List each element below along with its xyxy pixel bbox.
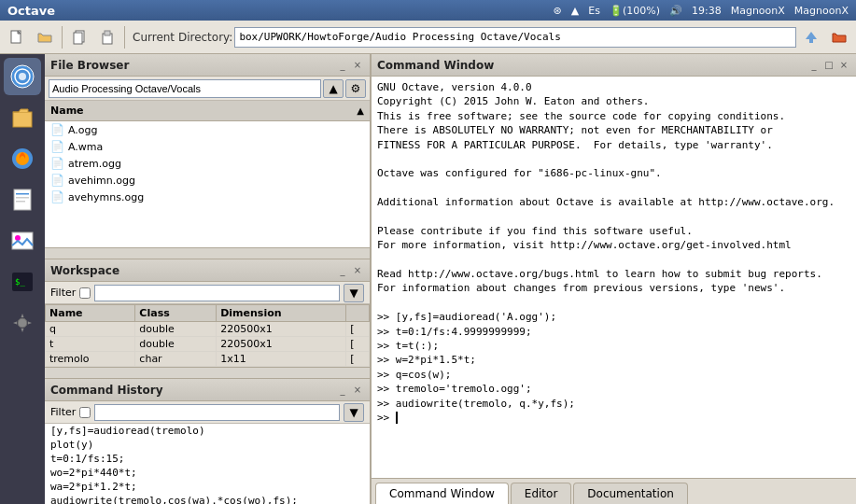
tab-command-window[interactable]: Command Window xyxy=(375,483,509,504)
workspace-dropdown-btn[interactable]: ▼ xyxy=(344,284,364,302)
current-dir-label: Current Directory: xyxy=(133,31,232,44)
cmd-history-item[interactable]: audiowrite(tremolo,cos(wa).*cos(wo),fs); xyxy=(45,494,370,504)
var-name: t xyxy=(46,337,135,352)
bookmark-folder-button[interactable] xyxy=(826,24,852,50)
file-sort-icon[interactable]: ▲ xyxy=(357,105,364,116)
open-file-button[interactable] xyxy=(32,24,58,50)
cmd-history-item[interactable]: [y,fs]=audioread(tremolo) xyxy=(45,424,370,438)
prompt-line: >> tremolo='tremolo.ogg'; xyxy=(377,382,850,396)
file-browser-up-btn[interactable]: ▲ xyxy=(323,79,344,98)
command-window-controls: _ □ × xyxy=(807,59,850,72)
file-icon: 📄 xyxy=(50,174,64,187)
cmd-history-item[interactable]: plot(y) xyxy=(45,438,370,452)
file-item[interactable]: 📄 avehymns.ogg xyxy=(45,189,370,205)
workspace-close[interactable]: × xyxy=(351,264,364,277)
output-line: This is free software; see the source co… xyxy=(377,109,850,123)
command-window-header: Command Window _ □ × xyxy=(372,54,856,77)
file-item[interactable]: 📄 atrem.ogg xyxy=(45,155,370,172)
var-class: double xyxy=(135,322,217,337)
sidebar-icon-settings[interactable] xyxy=(4,304,41,342)
navigate-up-button[interactable] xyxy=(798,24,824,50)
cmd-history-title: Command History xyxy=(50,384,163,397)
output-line xyxy=(377,152,850,166)
var-extra: [ xyxy=(346,322,370,337)
svg-text:$_: $_ xyxy=(15,277,25,287)
table-row[interactable]: tremolo char 1x11 [ xyxy=(46,352,370,367)
svg-rect-14 xyxy=(16,197,29,199)
file-name: atrem.ogg xyxy=(68,158,121,170)
svg-point-8 xyxy=(19,73,26,80)
output-line xyxy=(377,210,850,224)
prompt-line: >> t=0:1/fs:4.9999999999; xyxy=(377,325,850,339)
file-item[interactable]: 📄 avehimn.ogg xyxy=(45,172,370,189)
output-line xyxy=(377,181,850,195)
var-dimension: 220500x1 xyxy=(217,322,346,337)
left-panels: File Browser _ × ▲ ⚙ Name ▲ 📄 A.ogg xyxy=(45,54,372,504)
var-extra: [ xyxy=(346,352,370,367)
cmd-history-list: [y,fs]=audioread(tremolo) plot(y) t=0:1/… xyxy=(45,424,370,504)
svg-rect-12 xyxy=(14,189,31,210)
file-browser-scrollbar-h[interactable] xyxy=(45,247,370,259)
file-name: A.ogg xyxy=(68,124,98,136)
cmd-history-item[interactable]: wo=2*pi*440*t; xyxy=(45,466,370,480)
file-browser-minimize[interactable]: _ xyxy=(336,59,349,72)
file-name: avehymns.ogg xyxy=(68,191,144,203)
copy-button[interactable] xyxy=(66,24,92,50)
sidebar-icon-files[interactable] xyxy=(4,99,41,136)
sidebar-icon-terminal[interactable]: $_ xyxy=(4,263,41,301)
settings-label[interactable]: MagnoonX xyxy=(731,5,785,17)
cmd-history-close[interactable]: × xyxy=(351,384,364,397)
file-icon: 📄 xyxy=(50,157,64,170)
file-item[interactable]: 📄 A.ogg xyxy=(45,121,370,138)
cmd-history-filter-bar: Filter ▼ xyxy=(45,401,370,424)
file-item[interactable]: 📄 A.wma xyxy=(45,138,370,155)
output-line: FITNESS FOR A PARTICULAR PURPOSE. For de… xyxy=(377,138,850,152)
var-class: char xyxy=(135,352,217,367)
main-container: $_ File Browser _ × ▲ ⚙ Name ▲ xyxy=(0,54,856,504)
file-browser-header: File Browser _ × xyxy=(45,54,370,77)
file-browser-close[interactable]: × xyxy=(351,59,364,72)
svg-rect-2 xyxy=(74,33,82,44)
var-dimension: 1x11 xyxy=(217,352,346,367)
file-browser-settings-btn[interactable]: ⚙ xyxy=(345,79,366,98)
new-file-button[interactable] xyxy=(4,24,30,50)
prompt-line: >> t=t(:); xyxy=(377,339,850,353)
right-panel: Command Window _ □ × GNU Octave, version… xyxy=(372,54,856,504)
output-line: Please contribute if you find this softw… xyxy=(377,224,850,238)
workspace-filter-checkbox[interactable] xyxy=(79,287,91,299)
sidebar-icon-writer[interactable] xyxy=(4,181,41,218)
paste-button[interactable] xyxy=(94,24,120,50)
command-window-title: Command Window xyxy=(377,59,494,72)
table-row[interactable]: t double 220500x1 [ xyxy=(46,337,370,352)
cmd-history-minimize[interactable]: _ xyxy=(336,384,349,397)
command-window-maximize[interactable]: □ xyxy=(822,59,835,72)
tab-editor[interactable]: Editor xyxy=(511,483,572,504)
table-row[interactable]: q double 220500x1 [ xyxy=(46,322,370,337)
wifi-icon: ▲ xyxy=(571,5,579,17)
workspace-minimize[interactable]: _ xyxy=(336,264,349,277)
output-line: Read http://www.octave.org/bugs.html to … xyxy=(377,267,850,281)
sidebar-icons: $_ xyxy=(0,54,45,504)
workspace-filter-label: Filter xyxy=(50,287,76,299)
file-name: A.wma xyxy=(68,141,103,153)
sidebar-icon-firefox[interactable] xyxy=(4,140,41,177)
toolbar-separator-1 xyxy=(62,26,63,49)
command-window-close[interactable]: × xyxy=(837,59,850,72)
command-window-minimize[interactable]: _ xyxy=(807,59,821,72)
sidebar-icon-image[interactable] xyxy=(4,222,41,259)
sidebar-icon-octave[interactable] xyxy=(4,58,41,95)
cmd-history-dropdown-btn[interactable]: ▼ xyxy=(344,403,364,422)
workspace-scrollbar-h[interactable] xyxy=(45,367,370,378)
file-icon: 📄 xyxy=(50,190,64,203)
file-name: avehimn.ogg xyxy=(68,175,135,187)
cmd-history-filter-input[interactable] xyxy=(94,404,340,421)
workspace-filter-input[interactable] xyxy=(94,285,340,301)
tab-documentation[interactable]: Documentation xyxy=(573,483,688,504)
file-browser-path-input[interactable] xyxy=(49,79,321,98)
cmd-history-filter-checkbox[interactable] xyxy=(79,407,91,418)
current-dir-input[interactable] xyxy=(234,27,796,48)
volume-icon: 🔊 xyxy=(669,5,682,17)
cmd-history-item[interactable]: t=0:1/fs:15; xyxy=(45,452,370,466)
command-window-content[interactable]: GNU Octave, version 4.0.0 Copyright (C) … xyxy=(372,77,856,478)
cmd-history-item[interactable]: wa=2*pi*1.2*t; xyxy=(45,480,370,494)
